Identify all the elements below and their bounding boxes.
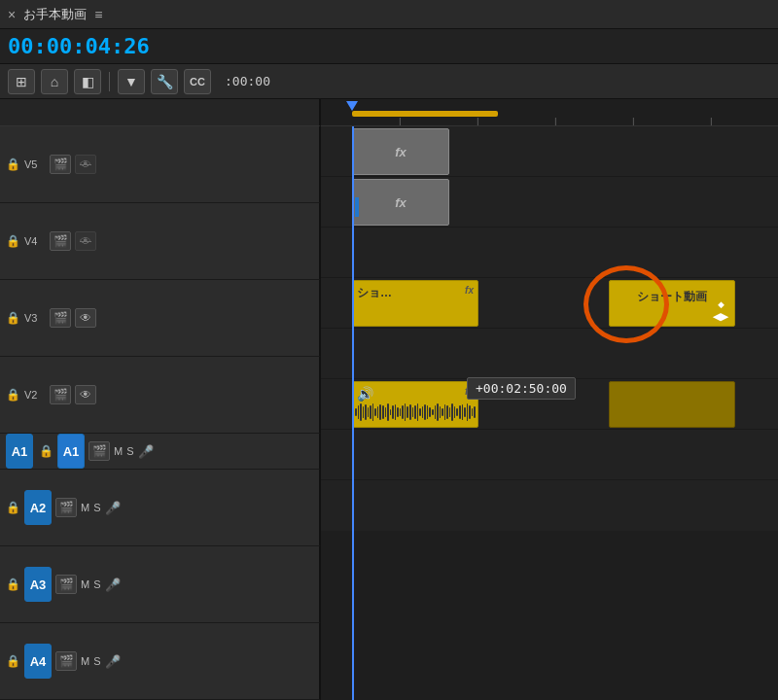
a3-btn[interactable]: A3 — [24, 567, 52, 602]
ruler-tick: | — [399, 117, 402, 126]
settings-button[interactable]: 🔧 — [151, 69, 178, 94]
track-header-v4: 🔒 V4 🎬 👁 — [0, 203, 321, 280]
v2-eye-btn[interactable]: 👁 — [75, 385, 96, 404]
v4-label: V4 — [24, 235, 46, 247]
snap-button[interactable]: ⊞ — [8, 69, 35, 94]
a4-btn[interactable]: A4 — [24, 644, 52, 679]
v2-clip-left[interactable]: ショ… fx — [352, 280, 478, 327]
lock-icon-v5[interactable]: 🔒 — [6, 158, 20, 171]
ruler-tick-3: | — [554, 117, 557, 126]
a2-mic-icon[interactable]: 🎤 — [105, 501, 121, 515]
v4-clip-left[interactable]: fx — [352, 179, 449, 226]
ruler-timecode: :00:00 — [225, 74, 270, 88]
lock-icon-v3[interactable]: 🔒 — [6, 311, 20, 325]
a4-camera-btn[interactable]: 🎬 — [55, 651, 77, 671]
lock-icon-a4[interactable]: 🔒 — [6, 654, 20, 668]
ruler-tick-4: | — [632, 117, 635, 126]
lock-icon-a1[interactable]: 🔒 — [39, 444, 53, 458]
v4-camera-btn[interactable]: 🎬 — [50, 231, 71, 251]
close-button[interactable]: × — [8, 7, 16, 22]
lock-icon-v4[interactable]: 🔒 — [6, 234, 20, 248]
v5-clip-fx: fx — [395, 145, 407, 159]
move-cursor-icon: ⬥ ◀▶ — [713, 296, 728, 322]
v4-blue-bar — [355, 197, 359, 217]
tooltip-text: +00:02:50:00 — [476, 381, 567, 396]
a2-btn[interactable]: A2 — [24, 490, 52, 525]
marker-button[interactable]: ▼ — [118, 69, 145, 94]
toolbar: ⊞ ⌂ ◧ ▼ 🔧 CC :00:00 — [0, 64, 778, 99]
a1-left-btn[interactable]: A1 — [6, 434, 33, 469]
separator — [109, 72, 110, 91]
v2-clip-left-label: ショ… — [357, 285, 392, 301]
a1-track-bg — [321, 329, 778, 379]
track-header-v3: 🔒 V3 🎬 👁 — [0, 280, 321, 357]
home-button[interactable]: ⌂ — [41, 69, 68, 94]
a1-right-btn[interactable]: A1 — [57, 434, 85, 469]
v3-track-bg — [321, 228, 778, 278]
a4-m-label: M — [81, 655, 89, 667]
a4-track-bg — [321, 480, 778, 531]
track-header-a4: 🔒 A4 🎬 M S 🎤 — [0, 623, 321, 700]
v3-label: V3 — [24, 312, 46, 324]
captions-button[interactable]: CC — [184, 69, 211, 94]
v5-camera-btn[interactable]: 🎬 — [50, 155, 71, 174]
v2-label: V2 — [24, 389, 46, 401]
track-header-v2: 🔒 V2 🎬 👁 — [0, 357, 321, 434]
v5-label: V5 — [24, 158, 46, 170]
v2-clip-right[interactable]: ショート動画 ⬥ ◀▶ — [609, 280, 735, 327]
a2-clip-right[interactable] — [609, 381, 735, 428]
a1-m-label: M — [114, 445, 123, 457]
a3-camera-btn[interactable]: 🎬 — [55, 575, 77, 594]
ruler-tick-2: | — [477, 117, 479, 126]
a2-m-label: M — [81, 502, 89, 513]
v3-camera-btn[interactable]: 🎬 — [50, 308, 71, 328]
track-select-button[interactable]: ◧ — [74, 69, 101, 94]
current-timecode: 00:00:04:26 — [8, 34, 150, 58]
a2-sound-icon: 🔊 — [357, 386, 373, 402]
ruler-header-left — [0, 99, 321, 126]
window-title: お手本動画 — [23, 6, 87, 23]
a2-waveform — [355, 402, 476, 423]
a4-s-label: S — [93, 655, 100, 667]
v5-clip-left[interactable]: fx — [352, 128, 449, 175]
a2-s-label: S — [93, 502, 100, 513]
track-header-v5: 🔒 V5 🎬 👁 — [0, 126, 321, 203]
track-header-a3: 🔒 A3 🎬 M S 🎤 — [0, 546, 321, 623]
time-tooltip: +00:02:50:00 — [467, 377, 576, 400]
a3-track-bg — [321, 430, 778, 480]
lock-icon-a3[interactable]: 🔒 — [6, 578, 20, 591]
a1-s-label: S — [126, 445, 133, 457]
ruler-ticks[interactable]: | | | | | — [321, 99, 778, 126]
playhead-triangle — [346, 101, 358, 111]
v2-clip-left-fx: fx — [465, 285, 474, 296]
a1-camera-btn[interactable]: 🎬 — [88, 441, 110, 461]
a2-clip-left[interactable]: 🔊 fx — [352, 381, 478, 428]
ruler-row: | | | | | — [0, 99, 778, 126]
v2-camera-btn[interactable]: 🎬 — [50, 385, 71, 404]
a2-camera-btn[interactable]: 🎬 — [55, 498, 77, 517]
a4-mic-icon[interactable]: 🎤 — [105, 654, 121, 669]
title-bar: × お手本動画 ≡ — [0, 0, 778, 29]
v4-clip-fx: fx — [395, 195, 407, 210]
v2-clip-right-label: ショート動画 — [637, 285, 707, 305]
v4-eye-btn[interactable]: 👁 — [75, 231, 96, 251]
clips-area: fx fx ショ… fx ショート動画 ⬥ ◀▶ — [321, 126, 778, 700]
track-headers: 🔒 V5 🎬 👁 🔒 V4 🎬 👁 🔒 V3 🎬 👁 🔒 — [0, 126, 321, 700]
a3-m-label: M — [81, 578, 89, 590]
a3-s-label: S — [93, 578, 100, 590]
tracks-area: 🔒 V5 🎬 👁 🔒 V4 🎬 👁 🔒 V3 🎬 👁 🔒 — [0, 126, 778, 700]
lock-icon-v2[interactable]: 🔒 — [6, 388, 20, 402]
track-header-a1: A1 🔒 A1 🎬 M S 🎤 — [0, 434, 321, 470]
a1-mic-icon[interactable]: 🎤 — [138, 444, 154, 459]
v3-eye-btn[interactable]: 👁 — [75, 308, 96, 328]
v5-eye-btn[interactable]: 👁 — [75, 155, 96, 174]
timecode-bar: 00:00:04:26 — [0, 29, 778, 64]
lock-icon-a2[interactable]: 🔒 — [6, 501, 20, 514]
menu-icon[interactable]: ≡ — [94, 7, 102, 22]
a3-mic-icon[interactable]: 🎤 — [105, 578, 121, 592]
track-header-a2: 🔒 A2 🎬 M S 🎤 — [0, 470, 321, 546]
ruler-tick-5: | — [710, 117, 713, 126]
